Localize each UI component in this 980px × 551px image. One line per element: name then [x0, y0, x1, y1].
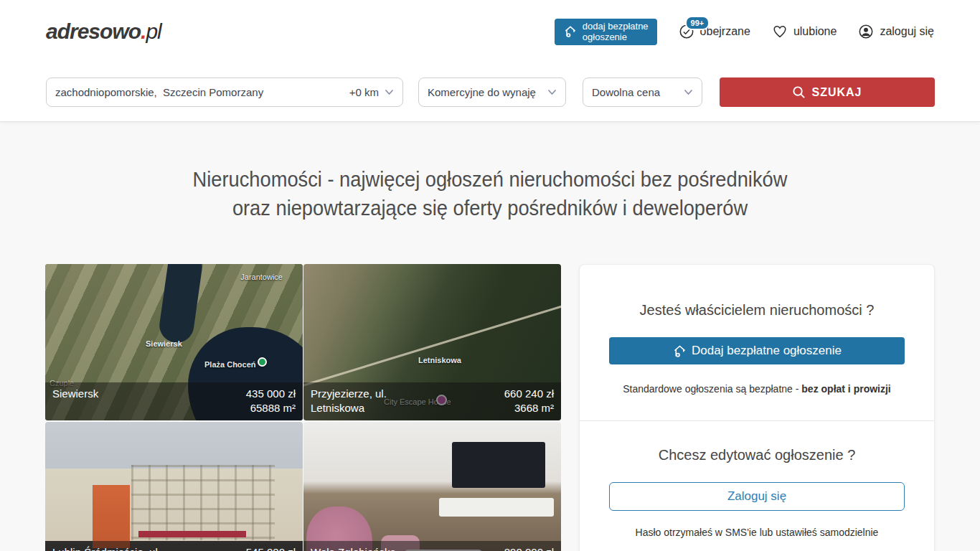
nav-login[interactable]: zaloguj się	[858, 24, 934, 39]
listing-overlay: Przyjezierze, ul. Letniskowa 660 240 zł …	[303, 382, 561, 420]
location-field[interactable]: +0 km	[46, 77, 403, 107]
listing-price: 660 240 zł	[504, 387, 554, 401]
user-circle-icon	[858, 24, 874, 39]
price-value: Dowolna cena	[592, 86, 660, 98]
nav-login-label: zaloguj się	[880, 25, 934, 38]
interior-photo	[303, 422, 561, 551]
tv-shape	[452, 442, 545, 488]
logo-tld: pl	[146, 19, 161, 43]
listing-name: Siewiersk	[52, 387, 98, 401]
add-free-listing-button[interactable]: Dodaj bezpłatne ogłoszenie	[609, 337, 905, 364]
cabinet-shape	[439, 498, 554, 517]
listing-overlay: Wola Zgłobieńska 890 000 zł	[303, 541, 561, 551]
viewed-count-badge: 99+	[685, 16, 710, 30]
top-white-zone: adresowo.pl dodaj bezpłatne ogłoszenie	[0, 0, 980, 122]
listing-price-area: 890 000 zł	[504, 545, 554, 551]
listing-price: 435 000 zł	[246, 387, 296, 401]
nav-favorites[interactable]: ulubione	[772, 24, 837, 39]
chevron-down-icon	[684, 89, 693, 95]
login-button[interactable]: Zaloguj się	[609, 482, 905, 511]
nav-viewed[interactable]: 99+ obejrzane	[679, 24, 750, 39]
listing-card[interactable]: Letniskowa City Escape House Przyjezierz…	[303, 264, 561, 420]
add-listing-button[interactable]: dodaj bezpłatne ogłoszenie	[555, 19, 657, 45]
listing-price-area: 435 000 zł 65888 m²	[246, 387, 296, 415]
listing-name: Wola Zgłobieńska	[311, 545, 396, 551]
listing-name: Przyjezierze, ul. Letniskowa	[311, 387, 387, 415]
map-marker-icon	[258, 357, 267, 367]
radius-value[interactable]: +0 km	[349, 86, 379, 98]
page-title: Nieruchomości - najwięcej ogłoszeń nieru…	[29, 165, 951, 222]
listing-overlay: Siewiersk 435 000 zł 65888 m²	[45, 382, 303, 420]
add-free-listing-label: Dodaj bezpłatne ogłoszenie	[692, 344, 842, 358]
nav-favorites-label: ulubione	[793, 25, 837, 38]
search-button-label: SZUKAJ	[811, 86, 862, 99]
logo[interactable]: adresowo.pl	[46, 19, 161, 44]
search-bar: +0 km Komercyjne do wynaję Dowolna cena	[0, 77, 980, 107]
lake-shape	[157, 264, 204, 345]
map-label: Letniskowa	[418, 356, 461, 364]
price-select[interactable]: Dowolna cena	[583, 77, 702, 107]
category-value: Komercyjne do wynaję	[428, 86, 536, 98]
listing-price-area: 660 240 zł 3668 m²	[504, 387, 554, 415]
header: adresowo.pl dodaj bezpłatne ogłoszenie	[0, 0, 980, 63]
add-listing-label: dodaj bezpłatne ogłoszenie	[583, 21, 649, 43]
search-icon	[792, 85, 806, 99]
heart-icon	[772, 24, 788, 39]
password-note: Hasło otrzymałeś w SMS'ie lub ustawiłeś …	[580, 527, 934, 538]
building-facade-shape	[131, 465, 275, 540]
house-plus-icon	[672, 344, 687, 359]
owner-question: Jesteś właścicielem nieruchomości ?	[580, 302, 934, 319]
map-label: Siewiersk	[146, 339, 182, 348]
chevron-down-icon	[547, 89, 557, 95]
listing-price: 890 000 zł	[504, 545, 554, 551]
road-shape	[303, 283, 561, 391]
category-select[interactable]: Komercyjne do wynaję	[418, 77, 566, 107]
listing-card[interactable]: Jarantowice Siewiersk Plaża Choceń Czupl…	[45, 264, 303, 420]
listing-area: 65888 m²	[246, 401, 296, 415]
listing-price: 545 000 zł	[246, 545, 296, 551]
listing-price-area: 545 000 zł	[246, 545, 296, 551]
listing-overlay: Lublin Śródmieście, ul. 545 000 zł	[45, 541, 303, 551]
search-button[interactable]: SZUKAJ	[720, 77, 935, 107]
header-actions: dodaj bezpłatne ogłoszenie 99+ obejrzane	[555, 19, 934, 45]
map-label: Plaża Choceń	[204, 360, 256, 369]
listing-name: Lublin Śródmieście, ul.	[52, 545, 161, 551]
chevron-down-icon[interactable]	[385, 89, 394, 95]
edit-question: Chcesz edytować ogłoszenie ?	[580, 447, 934, 463]
building-photo	[45, 422, 303, 551]
map-label: Jarantowice	[240, 273, 283, 281]
location-input[interactable]	[55, 86, 349, 98]
owner-panel: Jesteś właścicielem nieruchomości ? Doda…	[579, 264, 935, 551]
card-divider	[580, 420, 934, 421]
listing-card[interactable]: Lublin Śródmieście, ul. 545 000 zł	[45, 422, 303, 551]
house-plus-icon	[563, 24, 578, 39]
free-listings-note: Standardowe ogłoszenia są bezpłatne - be…	[580, 383, 934, 395]
listing-area: 3668 m²	[504, 401, 554, 415]
logo-name: adresowo	[46, 19, 141, 43]
listing-card[interactable]: Wola Zgłobieńska 890 000 zł	[303, 422, 561, 551]
